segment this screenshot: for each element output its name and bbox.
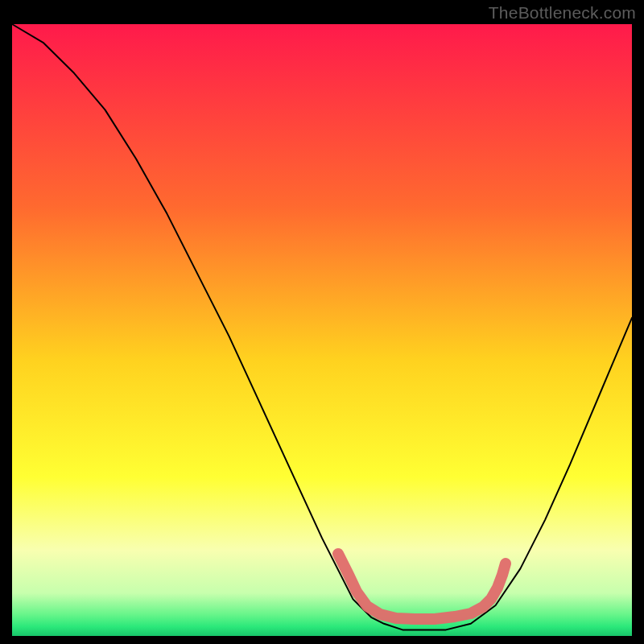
bottleneck-chart [0, 0, 644, 644]
watermark-text: TheBottleneck.com [489, 3, 636, 23]
chart-stage: TheBottleneck.com [0, 0, 644, 644]
gradient-background [12, 24, 632, 636]
